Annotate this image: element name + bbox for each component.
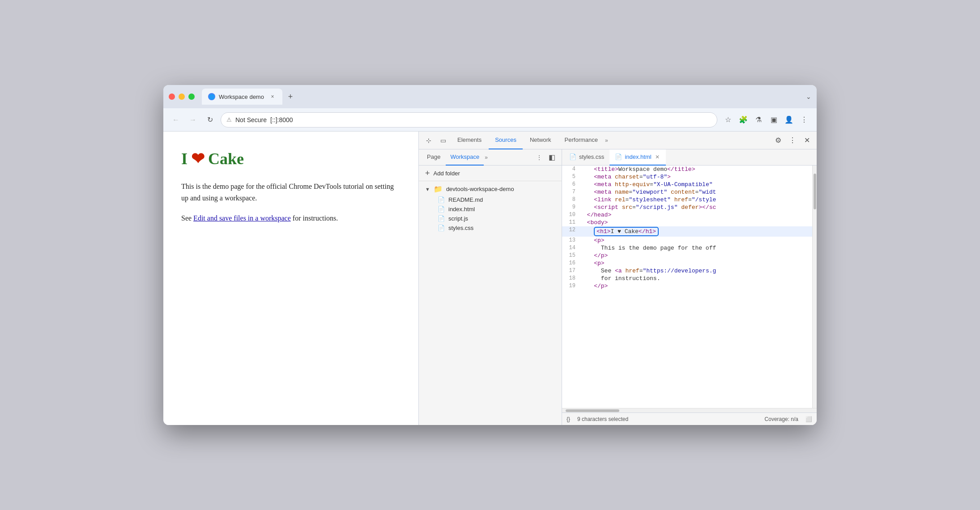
src-tab-workspace[interactable]: Workspace <box>446 149 484 166</box>
format-icon-item[interactable]: {} <box>567 416 570 422</box>
workspace-folder[interactable]: ▼ 📁 devtools-workspace-demo <box>419 183 562 195</box>
tab-bar: 🌐 Workspace demo × + ⌄ <box>202 89 811 105</box>
code-line-17: 17 See <a href="https://developers.g <box>562 267 812 275</box>
forward-button[interactable]: → <box>187 114 199 126</box>
extensions-icon[interactable]: 🧩 <box>737 114 750 126</box>
tab-network[interactable]: Network <box>524 132 558 149</box>
file-list: 📄 README.md 📄 index.html 📄 script.js <box>419 195 562 233</box>
screenshot-icon: ⬜ <box>805 416 812 422</box>
scrollbar-thumb[interactable] <box>814 174 816 209</box>
file-styles-css-name: styles.css <box>448 225 473 231</box>
code-line-11: 11 <body> <box>562 219 812 226</box>
back-button[interactable]: ← <box>170 114 182 126</box>
code-content: 4 <title>Workspace demo</title> 5 <meta … <box>562 166 812 408</box>
title-bar: 🌐 Workspace demo × + ⌄ <box>163 85 817 108</box>
tab-sources[interactable]: Sources <box>489 132 523 149</box>
code-lines: 4 <title>Workspace demo</title> 5 <meta … <box>562 166 812 290</box>
src-tabs-more-icon[interactable]: » <box>485 154 488 161</box>
file-tree-content: ▼ 📁 devtools-workspace-demo 📄 README.md … <box>419 181 562 425</box>
sources-panel: Page Workspace » ⋮ ◧ + Add folder <box>419 149 817 425</box>
code-line-15: 15 </p> <box>562 252 812 259</box>
file-script-js-name: script.js <box>448 215 468 222</box>
paragraph-2-post: for instructions. <box>291 214 338 222</box>
js-file-icon: 📄 <box>438 215 445 222</box>
sidebar-icon[interactable]: ▣ <box>767 114 780 126</box>
file-index-html-name: index.html <box>448 206 475 212</box>
editor-tabs: 📄 styles.css 📄 index.html ✕ <box>562 149 817 166</box>
index-html-tab-icon: 📄 <box>615 153 622 160</box>
devtools-statusbar: {} 9 characters selected Coverage: n/a ⬜ <box>562 412 817 425</box>
reload-button[interactable]: ↻ <box>204 114 216 126</box>
editor-tab-styles-css[interactable]: 📄 styles.css <box>564 149 609 166</box>
format-icon: {} <box>567 416 570 422</box>
code-line-13: 13 <p> <box>562 237 812 244</box>
src-tab-sidebar-button[interactable]: ◧ <box>545 151 558 164</box>
sources-tabs: Page Workspace » ⋮ ◧ <box>419 149 562 166</box>
screenshot-status-icon[interactable]: ⬜ <box>805 416 812 422</box>
nav-icons: ☆ 🧩 ⚗ ▣ 👤 ⋮ <box>722 114 810 126</box>
tab-close-button[interactable]: × <box>269 93 276 100</box>
page-paragraph-2: See Edit and save files in a workspace f… <box>181 212 401 224</box>
bookmark-icon[interactable]: ☆ <box>722 114 734 126</box>
code-line-6: 6 <meta http-equiv="X-UA-Compatible" <box>562 181 812 188</box>
code-line-18: 18 for instructions. <box>562 275 812 282</box>
code-line-16: 16 <p> <box>562 259 812 267</box>
devtools-toolbar: ⊹ ▭ Elements Sources Network Performance <box>419 132 817 149</box>
new-tab-button[interactable]: + <box>284 90 297 103</box>
code-line-4: 4 <title>Workspace demo</title> <box>562 166 812 173</box>
devtools-close-button[interactable]: ✕ <box>801 134 813 147</box>
menu-icon[interactable]: ⋮ <box>798 114 810 126</box>
paragraph-1-text: This is the demo page for the official C… <box>181 183 394 202</box>
screenshot-icon[interactable]: ⚗ <box>752 114 765 126</box>
file-script-js[interactable]: 📄 script.js <box>431 214 562 223</box>
src-tab-dots-button[interactable]: ⋮ <box>534 152 545 163</box>
traffic-lights <box>169 94 195 100</box>
profile-icon[interactable]: 👤 <box>783 114 795 126</box>
page-body: This is the demo page for the official C… <box>181 181 401 224</box>
devtools-more-icon[interactable]: » <box>605 137 608 144</box>
file-styles-css[interactable]: 📄 styles.css <box>431 223 562 233</box>
code-line-12: 12 <h1>I ♥ Cake</h1> <box>562 226 812 237</box>
editor-tab-index-html[interactable]: 📄 index.html ✕ <box>609 149 665 166</box>
css-file-icon: 📄 <box>438 225 445 231</box>
code-line-5: 5 <meta charset="utf-8"> <box>562 173 812 181</box>
code-line-9: 9 <script src="/script.js" defer></sc <box>562 204 812 211</box>
close-button[interactable] <box>169 94 175 100</box>
src-tab-page[interactable]: Page <box>422 149 445 166</box>
editor-tab-close-button[interactable]: ✕ <box>654 154 660 160</box>
h-scrollbar-thumb[interactable] <box>566 409 619 412</box>
file-readme[interactable]: 📄 README.md <box>431 195 562 204</box>
coverage-status: Coverage: n/a <box>765 416 798 422</box>
devtools-tabs: Elements Sources Network Performance » <box>451 132 610 149</box>
tab-performance[interactable]: Performance <box>558 132 604 149</box>
devtools-settings-icon[interactable]: ⚙ <box>772 134 784 147</box>
tab-chevron-icon[interactable]: ⌄ <box>806 93 811 100</box>
code-editor: 📄 styles.css 📄 index.html ✕ <box>562 149 817 425</box>
inspector-icon[interactable]: ⊹ <box>422 134 435 147</box>
code-editor-wrapper: 4 <title>Workspace demo</title> 5 <meta … <box>562 166 817 408</box>
devtools-panel: ⊹ ▭ Elements Sources Network Performance <box>418 132 817 425</box>
folder-arrow-icon: ▼ <box>425 187 430 192</box>
code-line-8: 8 <link rel="stylesheet" href="/style <box>562 196 812 204</box>
paragraph-2-pre: See <box>181 214 193 222</box>
browser-tab[interactable]: 🌐 Workspace demo × <box>202 89 282 105</box>
devtools-more-button[interactable]: ⋮ <box>786 134 799 147</box>
add-folder-button[interactable]: + Add folder <box>419 166 562 181</box>
styles-css-tab-icon: 📄 <box>569 153 576 160</box>
address-bar[interactable]: ⚠ Not Secure [::]:8000 <box>221 112 717 128</box>
vertical-scrollbar[interactable] <box>812 166 817 408</box>
tab-elements[interactable]: Elements <box>451 132 488 149</box>
code-line-7: 7 <meta name="viewport" content="widt <box>562 188 812 196</box>
maximize-button[interactable] <box>188 94 195 100</box>
device-icon[interactable]: ▭ <box>437 134 449 147</box>
styles-css-tab-label: styles.css <box>579 153 604 160</box>
folder-name: devtools-workspace-demo <box>446 186 514 192</box>
minimize-button[interactable] <box>179 94 185 100</box>
file-index-html[interactable]: 📄 index.html <box>431 204 562 214</box>
coverage-text: Coverage: n/a <box>765 416 798 422</box>
tab-favicon: 🌐 <box>208 93 215 100</box>
heart-icon: ❤ <box>191 149 205 168</box>
file-tree: Page Workspace » ⋮ ◧ + Add folder <box>419 149 562 425</box>
workspace-link[interactable]: Edit and save files in a workspace <box>193 214 291 222</box>
horizontal-scrollbar[interactable] <box>562 408 817 412</box>
